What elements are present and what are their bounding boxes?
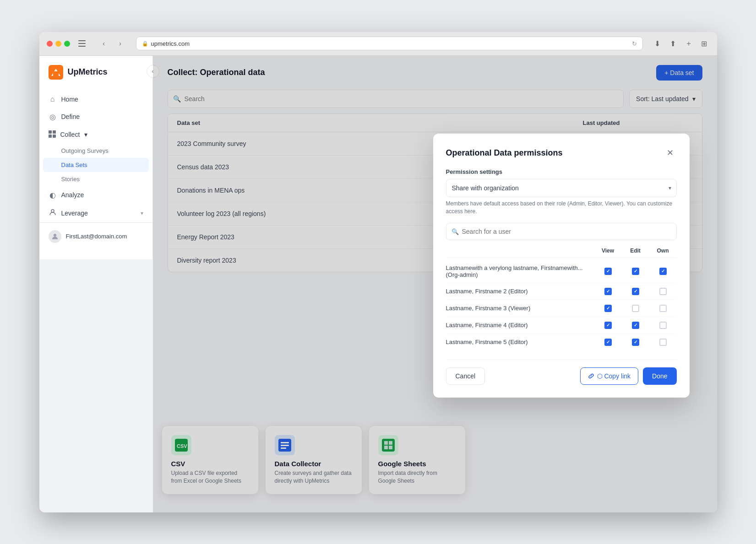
reload-icon[interactable]: ↻ — [632, 40, 637, 47]
sidebar-item-define[interactable]: ◎ Define — [39, 108, 152, 126]
svg-rect-9 — [53, 135, 56, 138]
sidebar-item-collect-label: Collect — [60, 131, 80, 138]
permission-select[interactable]: Share with organization — [446, 179, 677, 197]
sidebar-sub-item-outgoing-surveys[interactable]: Outgoing Surveys — [39, 144, 152, 158]
app-layout: UpMetrics ⌂ Home ◎ Define — [39, 56, 717, 512]
edit-checkbox-0[interactable] — [622, 268, 649, 275]
main-content: Collect: Operational data + Data set 🔍 S… — [153, 56, 717, 512]
grid-icon[interactable]: ⊞ — [699, 38, 710, 49]
address-bar[interactable]: 🔒 upmetrics.com ↻ — [136, 37, 643, 50]
modal-title: Operational Data permissions — [446, 148, 563, 158]
leverage-icon — [49, 209, 57, 218]
logo-text: UpMetrics — [68, 67, 108, 77]
svg-rect-6 — [49, 130, 52, 134]
cancel-button[interactable]: Cancel — [446, 367, 485, 385]
perm-user-name: Lastnamewith a verylong lastname, Firstn… — [446, 264, 594, 278]
user-avatar — [49, 230, 61, 243]
svg-rect-0 — [78, 40, 86, 41]
sidebar-item-analyze-label: Analyze — [61, 191, 84, 199]
sidebar-item-collect[interactable]: Collect ▾ — [39, 126, 152, 144]
view-check-0[interactable] — [604, 268, 612, 275]
logo-icon — [49, 65, 63, 80]
own-checkbox-0[interactable] — [649, 268, 677, 275]
svg-rect-5 — [53, 71, 59, 76]
leverage-chevron-icon: ▾ — [141, 210, 143, 216]
edit-checkbox-1[interactable] — [622, 288, 649, 295]
sidebar-sub-item-stories[interactable]: Stories — [39, 172, 152, 186]
back-button[interactable]: ‹ — [98, 37, 110, 50]
minimize-traffic-light[interactable] — [55, 41, 61, 47]
perm-table-header: View Edit Own — [446, 248, 677, 258]
own-check-2[interactable] — [659, 305, 667, 312]
permissions-table: View Edit Own Lastnamewith a verylong la… — [446, 248, 677, 350]
copy-link-button[interactable]: ⬡ Copy link — [580, 367, 638, 385]
link-icon — [588, 373, 594, 379]
view-checkbox-0[interactable] — [594, 268, 622, 275]
browser-chrome: ‹ › 🔒 upmetrics.com ↻ ⬇ ⬆ ＋ ⊞ — [39, 32, 717, 56]
edit-checkbox-2[interactable] — [622, 305, 649, 312]
sidebar-item-home[interactable]: ⌂ Home — [39, 91, 152, 108]
own-check-3[interactable] — [659, 322, 667, 329]
modal-overlay: Operational Data permissions ✕ Permissio… — [153, 56, 717, 512]
edit-check-2[interactable] — [632, 305, 639, 312]
analyze-icon: ◐ — [49, 191, 57, 199]
sidebar-item-analyze[interactable]: ◐ Analyze — [39, 186, 152, 204]
done-button[interactable]: Done — [643, 367, 676, 385]
perm-row: Lastname, Firstname 5 (Editor) — [446, 334, 677, 350]
svg-point-11 — [54, 234, 56, 237]
user-section: FirstLast@domain.com — [39, 222, 152, 250]
own-checkbox-4[interactable] — [649, 339, 677, 346]
sidebar-item-home-label: Home — [61, 96, 78, 103]
own-checkbox-1[interactable] — [649, 288, 677, 295]
sidebar-sub-item-data-sets[interactable]: Data Sets — [43, 158, 149, 172]
data-sets-label: Data Sets — [61, 162, 87, 168]
svg-rect-1 — [78, 43, 86, 44]
stories-label: Stories — [61, 176, 80, 183]
view-checkbox-3[interactable] — [594, 322, 622, 329]
own-checkbox-2[interactable] — [649, 305, 677, 312]
modal-close-button[interactable]: ✕ — [664, 146, 677, 159]
user-search-input[interactable] — [446, 223, 677, 240]
fullscreen-traffic-light[interactable] — [64, 41, 70, 47]
view-check-4[interactable] — [604, 339, 612, 346]
own-checkbox-3[interactable] — [649, 322, 677, 329]
edit-checkbox-3[interactable] — [622, 322, 649, 329]
browser-nav: ‹ › — [98, 37, 127, 50]
sidebar-wrap: UpMetrics ⌂ Home ◎ Define — [39, 56, 153, 512]
sidebar-toggle-icon[interactable] — [76, 37, 88, 50]
footer-right: ⬡ Copy link Done — [580, 367, 677, 385]
view-check-1[interactable] — [604, 288, 612, 295]
permission-select-wrap: Share with organization ▾ — [446, 179, 677, 197]
view-checkbox-1[interactable] — [594, 288, 622, 295]
svg-rect-7 — [53, 130, 56, 134]
permission-hint: Members have default access based on the… — [446, 200, 677, 215]
browser-actions: ⬇ ⬆ ＋ ⊞ — [652, 38, 710, 49]
edit-check-1[interactable] — [632, 288, 639, 295]
view-checkbox-2[interactable] — [594, 305, 622, 312]
own-check-4[interactable] — [659, 339, 667, 346]
forward-button[interactable]: › — [114, 37, 127, 50]
close-traffic-light[interactable] — [47, 41, 53, 47]
perm-row: Lastname, Firstname 2 (Editor) — [446, 283, 677, 300]
own-check-1[interactable] — [659, 288, 667, 295]
sidebar-item-leverage[interactable]: Leverage ▾ — [39, 204, 152, 222]
share-icon[interactable]: ⬆ — [668, 38, 679, 49]
col-edit-header: Edit — [622, 248, 649, 254]
download-icon[interactable]: ⬇ — [652, 38, 663, 49]
edit-check-3[interactable] — [632, 322, 639, 329]
home-icon: ⌂ — [49, 95, 57, 103]
view-check-3[interactable] — [604, 322, 612, 329]
view-check-2[interactable] — [604, 305, 612, 312]
define-icon: ◎ — [49, 113, 57, 121]
view-checkbox-4[interactable] — [594, 339, 622, 346]
edit-check-0[interactable] — [632, 268, 639, 275]
own-check-0[interactable] — [659, 268, 667, 275]
url-text: upmetrics.com — [151, 40, 190, 47]
edit-checkbox-4[interactable] — [622, 339, 649, 346]
perm-rows: Lastnamewith a verylong lastname, Firstn… — [446, 260, 677, 350]
new-tab-icon[interactable]: ＋ — [683, 38, 694, 49]
perm-user-name: Lastname, Firstname 2 (Editor) — [446, 288, 594, 295]
permission-settings-label: Permission settings — [446, 168, 677, 175]
svg-rect-2 — [78, 46, 86, 47]
edit-check-4[interactable] — [632, 339, 639, 346]
